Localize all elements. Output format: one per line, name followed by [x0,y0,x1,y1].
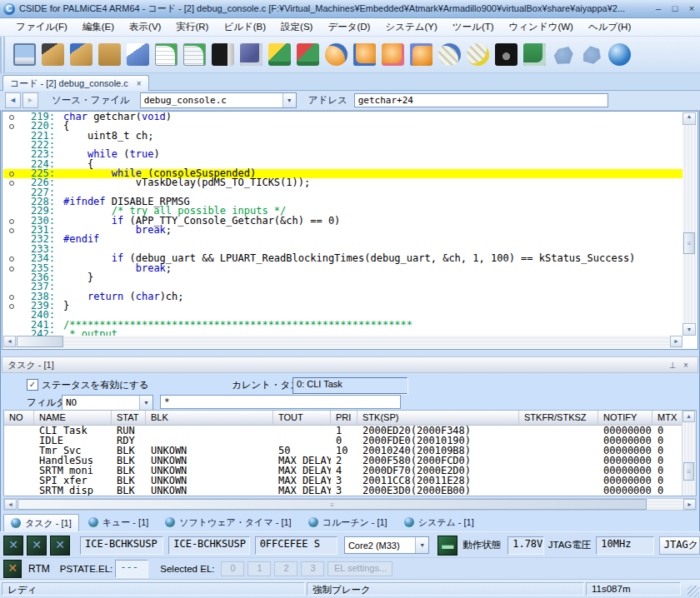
panel-tab-active[interactable]: タスク - [1] [3,514,79,531]
breakpoint-marker[interactable] [3,188,17,197]
breakpoint-marker[interactable] [3,235,17,244]
source-file-select[interactable]: debug_console.c ▼ [140,92,297,108]
filter-select[interactable]: NO ▼ [62,395,153,411]
code-line[interactable]: 219:char getchar(void) [3,112,682,122]
column-header-notify[interactable]: NOTIFY [598,411,652,425]
breakpoint-marker[interactable] [3,254,17,263]
scroll-thumb[interactable]: ≡ [683,462,694,481]
el-button-1[interactable]: 1 [248,561,271,576]
reload-icon[interactable] [382,43,404,66]
hold-target-icon[interactable] [552,43,574,66]
el-button-3[interactable]: 3 [301,561,324,576]
scroll-left-icon[interactable]: ◄ [4,499,17,510]
menu-item[interactable]: システム(Y) [378,19,444,35]
code-line[interactable]: 238: return (char)ch; [3,292,682,301]
maximize-button[interactable]: □ [667,2,683,16]
address-input[interactable] [354,93,608,107]
panel-tab-inactive[interactable]: システム - [1] [397,513,482,531]
menu-item[interactable]: ファイル(F) [8,19,75,35]
column-header-blk[interactable]: BLK [146,411,273,425]
menu-item[interactable]: データ(D) [320,19,378,35]
run-icon[interactable] [438,43,461,66]
breakpoint-marker[interactable] [3,197,17,207]
panel-tab-inactive[interactable]: キュー - [1] [81,513,157,531]
scroll-thumb[interactable]: ≡ [18,499,647,510]
code-horizontal-scrollbar[interactable]: ◄ ► [3,336,682,348]
breakpoint-marker[interactable] [3,301,17,311]
open-file-icon[interactable] [127,43,149,66]
table-vertical-scrollbar[interactable]: ▲ ≡ [682,411,696,496]
breakpoint-marker[interactable] [3,273,17,282]
minimize-button[interactable]: – [650,2,667,16]
documents-icon[interactable] [183,43,206,66]
table-row[interactable]: CLI TaskRUN12000ED20(2000F348)000000000 [4,426,696,436]
breakpoint-marker[interactable] [3,132,17,141]
breakpoint-marker[interactable] [3,282,17,292]
column-header-mtx[interactable]: MTX [652,411,684,425]
scroll-left-icon[interactable]: ◄ [3,336,16,347]
code-line[interactable]: 221: uint8_t ch; [3,132,682,141]
code-line[interactable]: 235: break; [3,264,682,273]
breakpoint-marker[interactable] [3,112,17,122]
column-header-stat[interactable]: STAT [112,411,146,425]
breakpoint-marker[interactable] [3,226,17,235]
scroll-up-icon[interactable]: ▲ [682,411,695,422]
panel-tab-inactive[interactable]: ソフトウェア・タイマ - [1] [158,513,298,531]
close-button[interactable]: × [683,2,700,16]
breakpoint-marker[interactable] [3,141,17,150]
target-chip3-icon[interactable]: ✕ [50,536,70,556]
column-header-pri[interactable]: PRI [331,411,358,425]
scroll-up-icon[interactable]: ▲ [682,112,696,125]
panel-tab-inactive[interactable]: コルーチン - [1] [301,513,395,531]
menu-item[interactable]: 表示(V) [122,19,168,35]
resize-grip[interactable] [688,586,699,597]
snapshot-camera-icon[interactable] [495,43,518,66]
panel-close-icon[interactable]: × [679,361,692,370]
el-button-0[interactable]: 0 [221,561,244,576]
breakpoint-marker[interactable] [3,160,17,169]
memory-notebook-icon[interactable] [212,43,234,66]
menu-item[interactable]: ビルド(B) [216,19,273,35]
chevron-down-icon[interactable]: ▼ [415,537,428,553]
edit-memory-icon[interactable] [410,43,432,66]
breakpoint-marker[interactable] [3,150,17,159]
scroll-thumb[interactable]: ≡ [683,232,695,254]
new-document-icon[interactable] [155,43,178,66]
breakpoint-marker[interactable] [3,217,17,226]
scroll-right-icon[interactable]: ► [683,499,696,510]
code-line[interactable]: 242: * output [3,330,682,336]
code-line[interactable]: 226: vTaskDelay(pdMS_TO_TICKS(1)); [3,178,682,187]
scroll-down-icon[interactable]: ▼ [682,323,696,336]
menu-item[interactable]: ヘルプ(H) [581,19,638,35]
refresh-icon[interactable] [608,43,631,66]
breakpoint-marker[interactable] [3,207,17,216]
release-target-icon[interactable] [580,43,602,66]
table-row[interactable]: Tmr SvcBLKUNKOWN501020010240(200109B8)00… [4,446,696,456]
breakpoint-marker[interactable] [3,292,17,301]
breakpoint-marker[interactable] [3,321,17,330]
code-line[interactable]: 232:#endif [3,235,682,244]
flash-erase-icon[interactable] [297,43,319,66]
table-row[interactable]: SRTM dispBLKUNKOWNMAX_DELAY32000E3D0(200… [4,486,696,496]
table-row[interactable]: SRTM moniBLKUNKOWNMAX_DELAY42000DF70(200… [4,466,696,476]
table-row[interactable]: HandleSusBLKUNKOWNMAX_DELAY22000F580(200… [4,456,696,466]
task-horizontal-scrollbar[interactable]: ◄ ≡ ► [3,498,697,511]
target-chip2-icon[interactable]: ✕ [27,536,47,556]
import-project-icon[interactable] [70,43,92,66]
scroll-right-icon[interactable]: ► [670,336,682,347]
reset-target-icon[interactable] [325,43,348,66]
breakpoint-marker[interactable] [3,178,17,187]
menu-item[interactable]: 編集(E) [75,19,122,35]
tab-code-debug-console[interactable]: コード - [2] debug_console.c × [2,75,149,92]
column-header-stk(sp)[interactable]: STK(SP) [358,411,519,425]
code-vertical-scrollbar[interactable]: ▲ ≡ ▼ [682,112,697,336]
forward-button[interactable]: ► [22,92,38,108]
code-line[interactable]: 231: break; [3,226,682,235]
chip-inspect-icon[interactable] [523,43,546,66]
chevron-down-icon[interactable]: ▼ [282,93,296,107]
symbol-search-icon[interactable] [240,43,262,66]
breakpoint-marker[interactable] [3,169,17,178]
breakpoint-marker[interactable] [3,122,17,131]
scroll-thumb[interactable] [17,336,63,347]
column-header-tout[interactable]: TOUT [273,411,331,425]
